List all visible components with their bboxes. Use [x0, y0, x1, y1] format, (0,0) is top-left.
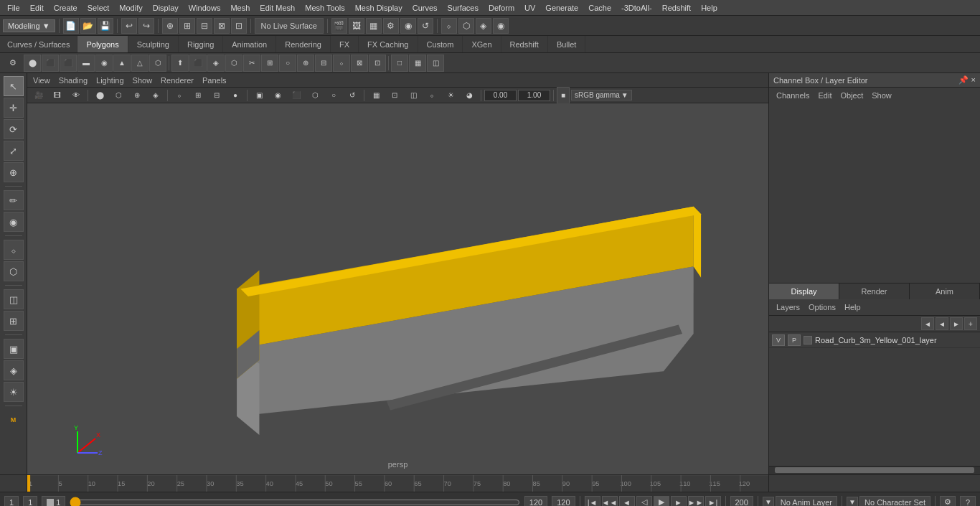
object-display-btn[interactable]: ⊞: [4, 311, 24, 331]
plane-icon-btn[interactable]: ▬: [77, 55, 95, 72]
frame-field2[interactable]: 1: [23, 496, 37, 507]
universal-tool-btn[interactable]: ⊕: [4, 162, 24, 182]
rotate-tool-btn[interactable]: ⟳: [4, 119, 24, 139]
sel-mode-icon3[interactable]: ⊕: [128, 87, 146, 104]
tab-curves-surfaces[interactable]: Curves / Surfaces: [0, 36, 77, 52]
wire-icon[interactable]: ⊡: [386, 87, 403, 104]
cb-object-tab[interactable]: Object: [837, 90, 866, 101]
live-surface-btn[interactable]: No Live Surface: [255, 18, 324, 34]
display-icon5[interactable]: ○: [325, 87, 342, 104]
viewport-renderer-menu[interactable]: Renderer: [158, 75, 197, 85]
cube-icon-btn[interactable]: ⬛: [42, 55, 59, 72]
layer-scroll-thumb[interactable]: [775, 467, 974, 473]
menu-help[interactable]: Help: [697, 2, 722, 14]
anim-layer-field[interactable]: No Anim Layer: [776, 496, 837, 507]
step-forward-btn[interactable]: ►: [671, 496, 687, 507]
tab-custom[interactable]: Custom: [418, 36, 463, 52]
snap-to-surface-btn[interactable]: ⬦: [4, 240, 24, 260]
tab-bullet[interactable]: Bullet: [548, 36, 586, 52]
render-btn2[interactable]: 🖼: [349, 18, 364, 34]
lo-layers-btn[interactable]: Layers: [773, 301, 803, 313]
tab-xgen[interactable]: XGen: [463, 36, 501, 52]
mirror-icon-btn[interactable]: ⬦: [333, 55, 350, 72]
redo-btn[interactable]: ↪: [138, 18, 154, 34]
le-tab-render[interactable]: Render: [839, 284, 910, 299]
bridge-icon-btn[interactable]: ⬛: [189, 55, 207, 72]
step-back-btn[interactable]: ◄: [619, 496, 635, 507]
paint-tool-btn[interactable]: ✏: [4, 190, 24, 210]
tab-polygons[interactable]: Polygons: [77, 36, 128, 52]
skip-start-btn[interactable]: |◄: [585, 496, 600, 507]
timeline-scrubber[interactable]: [70, 497, 519, 507]
menu-generate[interactable]: Generate: [541, 2, 583, 14]
render-btn1[interactable]: 🎬: [331, 18, 347, 34]
play-forward-btn[interactable]: ▶: [654, 496, 669, 507]
sphere-icon-btn[interactable]: ⬤: [24, 55, 41, 72]
menu-modify[interactable]: Modify: [115, 2, 146, 14]
sel-mode-icon4[interactable]: ◈: [147, 87, 164, 104]
layer-scrollbar[interactable]: [769, 466, 980, 474]
uv-icon-btn2[interactable]: ▦: [409, 55, 426, 72]
light-btn[interactable]: ☀: [4, 382, 24, 402]
select-tool-btn[interactable]: ↖: [4, 76, 24, 96]
menu-windows[interactable]: Windows: [184, 2, 225, 14]
color-space-dropdown[interactable]: sRGB gamma ▼: [571, 90, 632, 100]
torus-icon-btn[interactable]: ◉: [95, 55, 113, 72]
frame-field1[interactable]: 1: [4, 496, 19, 507]
tab-animation[interactable]: Animation: [223, 36, 276, 52]
char-set-field[interactable]: No Character Set: [859, 496, 930, 507]
transform-tool-btn[interactable]: ✛: [4, 98, 24, 118]
viewport-view-menu[interactable]: View: [30, 75, 53, 85]
menu-cache[interactable]: Cache: [584, 2, 616, 14]
layer-add-btn[interactable]: +: [964, 317, 977, 330]
snap-btn2[interactable]: ⊞: [179, 18, 195, 34]
camera-btn[interactable]: ◈: [4, 360, 24, 380]
tab-redshift[interactable]: Redshift: [501, 36, 548, 52]
snap-btn1[interactable]: ⊕: [162, 18, 178, 34]
save-file-btn[interactable]: 💾: [98, 18, 113, 34]
snap-btn4[interactable]: ⊠: [214, 18, 230, 34]
snap-icon3[interactable]: ⊟: [208, 87, 225, 104]
frame-field3[interactable]: 1: [42, 496, 65, 507]
layer-add-anim-btn[interactable]: ◄: [921, 317, 934, 330]
bevel-icon-btn[interactable]: ◈: [207, 55, 225, 72]
workspace-dropdown[interactable]: Modeling ▼: [3, 19, 55, 32]
render-btn5[interactable]: ◉: [400, 18, 416, 34]
smooth-icon-btn[interactable]: ○: [279, 55, 296, 72]
tab-sculpting[interactable]: Sculpting: [128, 36, 179, 52]
menu-edit[interactable]: Edit: [26, 2, 48, 14]
cut-icon-btn[interactable]: ✂: [243, 55, 260, 72]
cb-channels-tab[interactable]: Channels: [773, 90, 812, 101]
tab-fx-caching[interactable]: FX Caching: [359, 36, 418, 52]
marquee-btn[interactable]: ⬡: [4, 261, 24, 281]
render-btn3[interactable]: ▦: [366, 18, 382, 34]
frame-end2[interactable]: 120: [552, 496, 575, 507]
display-icon2[interactable]: ◉: [269, 87, 286, 104]
pyramid-icon-btn[interactable]: △: [131, 55, 149, 72]
cone-icon-btn[interactable]: ▲: [113, 55, 131, 72]
camera-icon[interactable]: 🎥: [30, 87, 47, 104]
grid-icon[interactable]: ▦: [367, 87, 385, 104]
render-btn[interactable]: ▣: [4, 339, 24, 359]
menu-3dtall[interactable]: -3DtoAll-: [617, 2, 656, 14]
cb-pin-icon[interactable]: 📌: [958, 75, 969, 85]
display-icon1[interactable]: ▣: [250, 87, 268, 104]
viewport-shading-menu[interactable]: Shading: [56, 75, 90, 85]
menu-mesh[interactable]: Mesh: [226, 2, 254, 14]
menu-redshift[interactable]: Redshift: [658, 2, 695, 14]
snap-btn3[interactable]: ⊟: [197, 18, 212, 34]
display-icon6[interactable]: ↺: [344, 87, 361, 104]
layer-next-btn[interactable]: ►: [950, 317, 963, 330]
snap-btn5[interactable]: ⊡: [231, 18, 247, 34]
soft-select-btn[interactable]: ◉: [4, 212, 24, 232]
prev-key-btn[interactable]: ◄◄: [602, 496, 618, 507]
open-file-btn[interactable]: 📂: [80, 18, 96, 34]
undo-btn[interactable]: ↩: [121, 18, 137, 34]
tool-btn2[interactable]: ⬡: [458, 18, 474, 34]
menu-uv[interactable]: UV: [520, 2, 540, 14]
tool-btn1[interactable]: ⬦: [441, 18, 457, 34]
timeline-ruler[interactable]: 1 5 10 15 20 25 30 35 40 45 50 55 60: [27, 475, 768, 492]
new-file-btn[interactable]: 📄: [63, 18, 79, 34]
separate-icon-btn[interactable]: ⊟: [315, 55, 332, 72]
scale-tool-btn[interactable]: ⤢: [4, 141, 24, 161]
